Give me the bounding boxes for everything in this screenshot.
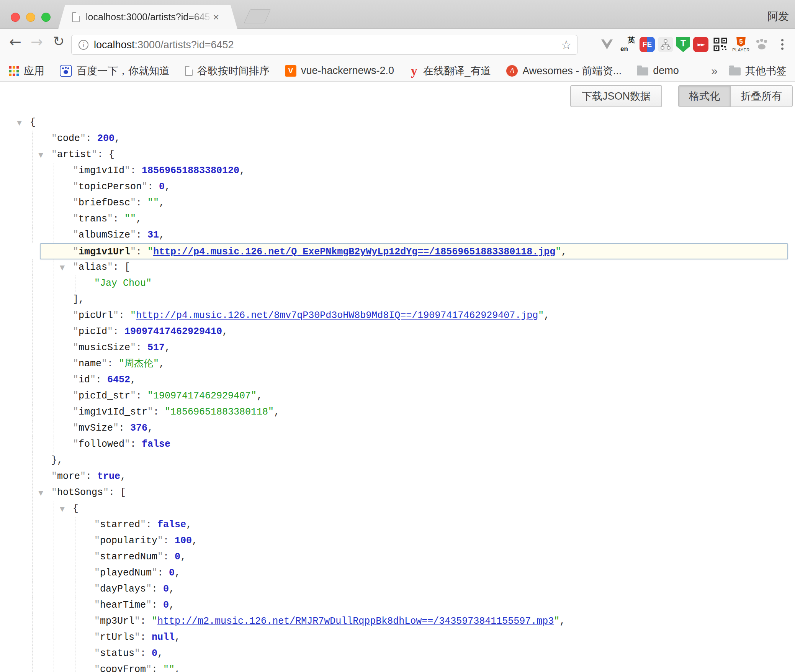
- html5-player-icon[interactable]: 5 PLAYER: [732, 33, 750, 56]
- json-line: "mvSize": 376,: [0, 420, 795, 436]
- json-key-quote: ": [113, 423, 119, 434]
- bookmark-item[interactable]: 应用: [8, 64, 44, 78]
- json-colon: :: [130, 439, 142, 450]
- bookmark-item[interactable]: 谷歌按时间排序: [185, 64, 270, 78]
- json-line: "starredNum": 0,: [0, 549, 795, 565]
- json-key-quote: ": [94, 519, 100, 530]
- collapse-toggle-icon[interactable]: ▼: [60, 259, 65, 275]
- indent-guide: [54, 324, 54, 340]
- tab-close-icon[interactable]: ×: [213, 12, 219, 23]
- json-url-link[interactable]: http://p4.music.126.net/Q_ExePNkmgB2yWyL…: [153, 246, 555, 257]
- bookmark-star-icon[interactable]: ☆: [561, 39, 572, 51]
- indent-guide: [32, 227, 33, 243]
- browser-tab[interactable]: localhost:3000/artists?id=645 ×: [58, 5, 237, 29]
- json-token: false: [157, 519, 186, 530]
- json-line[interactable]: "img1v1Url": "http://p4.music.126.net/Q_…: [40, 243, 788, 259]
- json-key: hearTime: [100, 600, 146, 611]
- json-key: mvSize: [79, 423, 113, 434]
- json-key: img1v1Url: [79, 246, 130, 257]
- json-colon: :: [136, 197, 147, 208]
- json-key: picId: [79, 326, 107, 337]
- video-speed-icon[interactable]: ►►: [693, 37, 708, 52]
- indent-guide: [32, 452, 33, 469]
- json-line: ▼"alias": [: [0, 259, 795, 275]
- indent-guide: [54, 356, 54, 372]
- format-button[interactable]: 格式化: [679, 86, 730, 107]
- indent-guide: [75, 629, 75, 646]
- address-bar[interactable]: i localhost:3000/artists?id=6452 ☆: [71, 35, 577, 55]
- indent-guide: [32, 501, 33, 517]
- indent-guide: [32, 195, 33, 211]
- fe-toolbox-icon[interactable]: FE: [640, 37, 655, 52]
- json-colon: :: [136, 342, 147, 353]
- json-colon: :: [109, 487, 120, 498]
- bookmarks-overflow-chevron[interactable]: »: [711, 64, 718, 77]
- indent-guide: [32, 275, 33, 292]
- json-token: 18569651883380120: [142, 165, 239, 176]
- json-colon: :: [113, 326, 124, 337]
- collapse-toggle-icon[interactable]: ▼: [38, 485, 43, 501]
- other-bookmarks-folder[interactable]: 其他书签: [729, 64, 787, 78]
- paw-icon[interactable]: [753, 33, 770, 56]
- json-key: briefDesc: [79, 197, 130, 208]
- minimize-window-button[interactable]: [26, 13, 35, 22]
- indent-guide: [54, 292, 54, 308]
- indent-guide: [75, 581, 75, 597]
- json-token: ": [130, 310, 136, 321]
- bookmark-item[interactable]: 百度一下，你就知道: [60, 64, 170, 78]
- profile-name[interactable]: 阿发: [767, 9, 789, 24]
- indent-guide: [32, 292, 33, 308]
- collapse-toggle-icon[interactable]: ▼: [17, 115, 22, 131]
- translate-icon[interactable]: 英 en: [619, 33, 636, 56]
- bookmark-item[interactable]: y在线翻译_有道: [409, 64, 491, 78]
- json-url-link[interactable]: http://m2.music.126.net/RMJR7wDullRqppBk…: [157, 616, 554, 627]
- json-token: ,: [544, 310, 550, 321]
- json-key-quote: ": [73, 262, 79, 273]
- zoom-window-button[interactable]: [41, 13, 51, 22]
- back-button[interactable]: ←: [9, 34, 21, 49]
- browser-menu-icon[interactable]: [774, 33, 791, 56]
- reload-button[interactable]: ↻: [53, 34, 64, 48]
- indent-guide: [54, 517, 54, 533]
- sitemap-icon[interactable]: [658, 37, 673, 52]
- json-key-quote: ": [134, 616, 140, 627]
- json-key-quote: ": [107, 326, 113, 337]
- qr-code-icon[interactable]: [712, 33, 729, 56]
- site-info-icon[interactable]: i: [79, 40, 88, 50]
- bookmark-item[interactable]: demo: [637, 65, 679, 77]
- json-key-quote: ": [73, 181, 79, 192]
- json-key-quote: ": [73, 197, 79, 208]
- new-tab-button[interactable]: [244, 9, 271, 23]
- baidu-paw-icon: [60, 65, 72, 77]
- json-key-quote: ": [157, 551, 163, 562]
- indent-guide: [32, 388, 33, 404]
- close-window-button[interactable]: [11, 13, 20, 22]
- json-token: },: [51, 455, 63, 466]
- bookmark-label: vue-hackernews-2.0: [301, 65, 394, 77]
- bookmark-item[interactable]: Vvue-hackernews-2.0: [285, 65, 394, 77]
- json-colon: :: [140, 616, 152, 627]
- indent-guide: [54, 646, 54, 662]
- json-token: 31: [147, 229, 159, 241]
- json-url-link[interactable]: http://p4.music.126.net/8mv7qP30Pd3oHW8b…: [136, 310, 538, 321]
- collapse-toggle-icon[interactable]: ▼: [60, 501, 65, 517]
- json-key-quote: ": [124, 439, 130, 450]
- collapse-all-button[interactable]: 折叠所有: [730, 86, 792, 107]
- json-token: ,: [175, 567, 180, 579]
- indent-guide: [75, 565, 75, 581]
- json-colon: :: [152, 583, 163, 595]
- bookmark-item[interactable]: AAwesomes - 前端资...: [506, 64, 622, 78]
- url-text[interactable]: localhost:3000/artists?id=6452: [94, 39, 234, 51]
- json-key-quote: ": [73, 423, 79, 434]
- json-key-quote: ": [94, 616, 100, 627]
- vue-devtools-icon[interactable]: [598, 33, 616, 56]
- json-token: "": [147, 197, 159, 208]
- json-key: alias: [79, 262, 107, 273]
- json-key-quote: ": [130, 342, 136, 353]
- indent-guide: [32, 211, 33, 227]
- json-line: "popularity": 100,: [0, 533, 795, 549]
- download-json-button[interactable]: 下载JSON数据: [570, 85, 662, 107]
- tampermonkey-icon[interactable]: T: [676, 37, 690, 52]
- collapse-toggle-icon[interactable]: ▼: [38, 147, 43, 163]
- json-key-quote: ": [80, 471, 86, 482]
